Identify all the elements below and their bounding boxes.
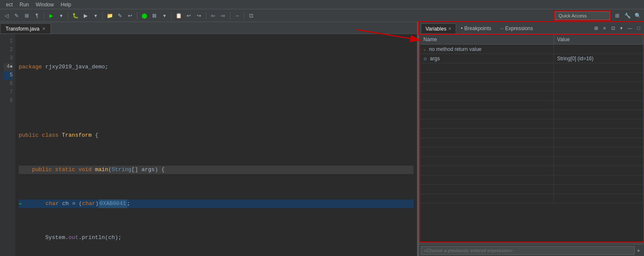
kw-out: out (68, 233, 78, 242)
toolbar-btn-4[interactable]: ¶ (32, 11, 42, 20)
kw-char-1: char (45, 200, 62, 208)
toolbar-btn-13[interactable]: 📋 (174, 11, 183, 20)
table-row (420, 185, 643, 194)
circle-icon-1: ⊙ (423, 56, 427, 61)
toolbar-btn-8[interactable]: 📁 (105, 11, 114, 20)
editor-tab-bar: Transform.java ✕ (0, 22, 417, 34)
diamond-icon-1: ⬦ (423, 47, 426, 52)
kw-public-1: public (19, 131, 42, 140)
code-line-2 (19, 97, 414, 106)
toolbar-btn-9[interactable]: ✎ (115, 11, 125, 20)
table-row (420, 166, 643, 175)
col-name: Name (420, 35, 553, 45)
toolbar-sep-8 (244, 12, 244, 20)
toolbar-btn-21[interactable]: 🔧 (623, 11, 632, 20)
kw-package: package (19, 63, 45, 71)
variables-table-header-row: Name Value (420, 35, 643, 45)
menu-run[interactable]: Run (16, 2, 32, 8)
debug-tab-expressions-sep: ·· (501, 25, 504, 31)
hex-val: 0XAB0041 (99, 200, 127, 208)
toolbar-debug-btn[interactable]: 🐛 (71, 11, 80, 20)
line-num-3: 3 (3, 54, 13, 63)
fn-main: main (95, 166, 108, 174)
variables-table: Name Value ⬦ no method return value (420, 35, 643, 203)
toolbar-btn-2[interactable]: ✎ (12, 11, 21, 20)
quick-access-label: Quick Access (559, 13, 587, 18)
toolbar-btn-16[interactable]: ⇦ (208, 11, 218, 20)
var-value-1 (553, 45, 643, 54)
toolbar-btn-green[interactable]: ⬤ (139, 11, 149, 20)
debug-tab-expressions[interactable]: ·· Expressions (496, 23, 538, 34)
main-area: Transform.java ✕ 1 2 3 4● 5 6 7 8 packag… (0, 22, 644, 256)
col-value: Value (553, 35, 643, 45)
expressions-add-btn[interactable]: + (635, 247, 642, 254)
menu-ect[interactable]: ect (3, 2, 16, 8)
debug-tab-expressions-text: Expressions (505, 25, 533, 31)
line-num-8: 8 (3, 97, 13, 105)
right-panel: Variables ✕ • Breakpoints ·· Expressions… (419, 22, 644, 256)
debug-tab-breakpoints-label: • (461, 25, 462, 31)
debug-icon-btn-1[interactable]: ⊞ (592, 24, 600, 32)
var-name-label-2: args (430, 56, 440, 62)
debug-icon-maximize[interactable]: □ (635, 24, 642, 32)
line-num-1: 1 (3, 37, 13, 46)
debug-icon-btn-4[interactable]: ▾ (618, 24, 625, 32)
toolbar-btn-6[interactable]: ▶ (81, 11, 90, 20)
var-value-2: String[0] (id=16) (553, 54, 643, 63)
toolbar-btn-3[interactable]: ⊞ (22, 11, 31, 20)
editor-tab-transform[interactable]: Transform.java ✕ (0, 23, 51, 34)
debug-tab-breakpoints[interactable]: • Breakpoints (456, 23, 496, 34)
code-line-4: public static void main(String[] args) { (19, 166, 414, 174)
table-row (420, 194, 643, 203)
debug-tab-icons: ⊞ ≡ ⊡ ▾ — □ (592, 24, 642, 34)
table-row[interactable]: ⊙ args String[0] (id=16) (420, 54, 643, 63)
menu-help[interactable]: Help (57, 2, 75, 8)
toolbar-btn-22[interactable]: 🔍 (633, 11, 642, 20)
table-row (420, 63, 643, 73)
toolbar-btn-7[interactable]: ▾ (91, 11, 100, 20)
table-row (420, 91, 643, 101)
toolbar-btn-1[interactable]: ◁ (2, 11, 11, 20)
exec-arrow: ⇒ (19, 200, 22, 208)
toolbar-btn-19[interactable]: ⊡ (247, 11, 256, 20)
toolbar-btn-18[interactable]: → (233, 11, 242, 20)
expressions-input[interactable] (421, 246, 635, 255)
debug-tab-variables[interactable]: Variables ✕ (421, 23, 456, 34)
editor-tab-close[interactable]: ✕ (42, 26, 45, 31)
table-row[interactable]: ⬦ no method return value (420, 45, 643, 54)
variables-table-container: Name Value ⬦ no method return value (419, 34, 644, 242)
toolbar-btn-10[interactable]: ↩ (125, 11, 135, 20)
debug-icon-btn-2[interactable]: ≡ (601, 24, 608, 32)
table-row (420, 129, 643, 138)
editor-panel: Transform.java ✕ 1 2 3 4● 5 6 7 8 packag… (0, 22, 417, 256)
kw-public-2: public (32, 166, 55, 174)
toolbar-btn-20[interactable]: ⊞ (613, 11, 622, 20)
toolbar-sep-5 (171, 12, 172, 20)
toolbar-sep-6 (206, 12, 206, 20)
pkg-name: rjxy2019_java_demo (45, 63, 105, 71)
table-row (420, 82, 643, 91)
quick-access-box[interactable]: Quick Access (555, 11, 610, 20)
debug-tab-variables-close[interactable]: ✕ (448, 26, 451, 31)
debug-icon-minimize[interactable]: — (626, 24, 634, 32)
kw-void: void (78, 166, 95, 174)
toolbar-run-btn[interactable]: ▶ (46, 11, 56, 20)
toolbar-btn-15[interactable]: ↪ (194, 11, 204, 20)
code-editor[interactable]: package rjxy2019_java_demo; public class… (15, 34, 417, 256)
table-row (420, 73, 643, 82)
toolbar-btn-11[interactable]: ⊠ (150, 11, 159, 20)
expressions-bar: + (419, 244, 644, 256)
toolbar-btn-5[interactable]: ▾ (57, 11, 66, 20)
var-ch: ch (62, 200, 69, 208)
debug-tab-breakpoints-text: Breakpoints (464, 25, 491, 31)
toolbar-btn-14[interactable]: ↩ (184, 11, 193, 20)
table-row (420, 147, 643, 157)
debug-icon-btn-3[interactable]: ⊡ (609, 24, 617, 32)
toolbar-btn-12[interactable]: ▾ (160, 11, 169, 20)
toolbar-sep-7 (230, 12, 230, 20)
code-line-3: public class Transform { (19, 131, 414, 140)
toolbar-btn-17[interactable]: ⇨ (218, 11, 228, 20)
menu-window[interactable]: Window (32, 2, 57, 8)
line-num-5: 5 (3, 71, 13, 80)
code-line-1: package rjxy2019_java_demo; (19, 63, 414, 71)
